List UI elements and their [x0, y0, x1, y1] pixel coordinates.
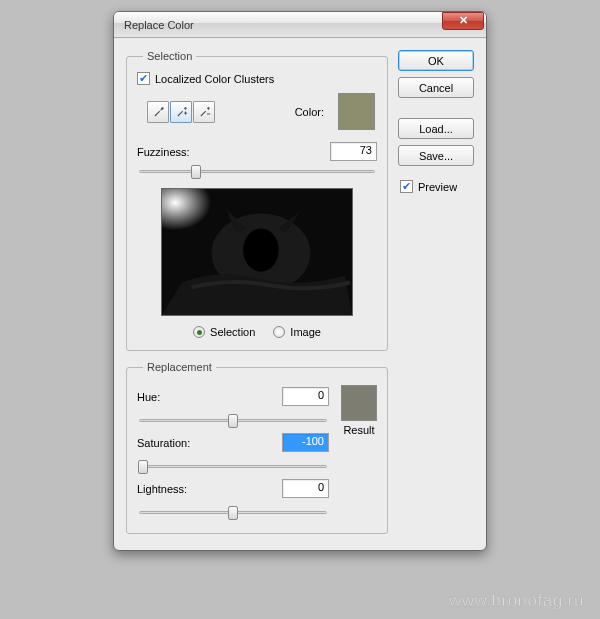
svg-point-3: [243, 228, 279, 271]
preview-label: Preview: [418, 181, 457, 193]
saturation-label: Saturation:: [137, 437, 274, 449]
ok-button[interactable]: OK: [398, 50, 474, 71]
localized-clusters-row[interactable]: ✔ Localized Color Clusters: [137, 72, 377, 85]
eyedropper-plus-icon[interactable]: [170, 101, 192, 123]
close-button[interactable]: ✕: [442, 12, 484, 30]
lightness-input[interactable]: 0: [282, 479, 329, 498]
check-icon: ✔: [139, 73, 148, 84]
radio-icon: [273, 326, 285, 338]
replacement-legend: Replacement: [143, 361, 216, 373]
left-column: Selection ✔ Localized Color Clusters: [126, 50, 388, 534]
hue-label: Hue:: [137, 391, 274, 403]
fuzziness-thumb[interactable]: [191, 165, 201, 179]
eyedropper-tools: [147, 101, 215, 123]
eyedropper-row: Color:: [137, 93, 377, 130]
lightness-thumb[interactable]: [228, 506, 238, 520]
hue-slider[interactable]: [139, 413, 327, 429]
eyedropper-minus-icon[interactable]: [193, 101, 215, 123]
selection-group: Selection ✔ Localized Color Clusters: [126, 50, 388, 351]
color-swatch[interactable]: [338, 93, 375, 130]
fuzziness-row: Fuzziness: 73: [137, 142, 377, 161]
eyedropper-icon[interactable]: [147, 101, 169, 123]
titlebar[interactable]: Replace Color ✕: [114, 12, 486, 38]
hue-row: Hue: 0: [137, 387, 329, 406]
selection-legend: Selection: [143, 50, 196, 62]
saturation-row: Saturation: -100: [137, 433, 329, 452]
fuzziness-slider[interactable]: [139, 164, 375, 180]
watermark: www.hronofag.ru: [449, 591, 584, 611]
result-label: Result: [343, 424, 374, 436]
lightness-label: Lightness:: [137, 483, 274, 495]
hue-thumb[interactable]: [228, 414, 238, 428]
replace-color-dialog: Replace Color ✕ Selection ✔ Localized Co…: [113, 11, 487, 551]
result-column: Result: [341, 385, 377, 436]
result-swatch[interactable]: [341, 385, 377, 421]
hue-input[interactable]: 0: [282, 387, 329, 406]
window-title: Replace Color: [124, 19, 442, 31]
lightness-slider[interactable]: [139, 505, 327, 521]
preview-row[interactable]: ✔ Preview: [398, 180, 474, 193]
save-button[interactable]: Save...: [398, 145, 474, 166]
localized-label: Localized Color Clusters: [155, 73, 274, 85]
mode-image-label: Image: [290, 326, 321, 338]
preview-mode-row: Selection Image: [137, 326, 377, 338]
replacement-group: Replacement Hue: 0 Saturation:: [126, 361, 388, 534]
saturation-slider[interactable]: [139, 459, 327, 475]
mode-selection-label: Selection: [210, 326, 255, 338]
right-column: OK Cancel Load... Save... ✔ Preview: [398, 50, 474, 534]
load-button[interactable]: Load...: [398, 118, 474, 139]
localized-checkbox[interactable]: ✔: [137, 72, 150, 85]
lightness-row: Lightness: 0: [137, 479, 329, 498]
close-icon: ✕: [459, 14, 468, 27]
mode-selection-radio[interactable]: Selection: [193, 326, 255, 338]
fuzziness-label: Fuzziness:: [137, 146, 322, 158]
color-label: Color:: [295, 106, 324, 118]
selection-preview: [161, 188, 353, 316]
radio-icon: [193, 326, 205, 338]
cancel-button[interactable]: Cancel: [398, 77, 474, 98]
fuzziness-input[interactable]: 73: [330, 142, 377, 161]
saturation-thumb[interactable]: [138, 460, 148, 474]
saturation-input[interactable]: -100: [282, 433, 329, 452]
slider-track: [139, 170, 375, 173]
preview-checkbox[interactable]: ✔: [400, 180, 413, 193]
mode-image-radio[interactable]: Image: [273, 326, 321, 338]
check-icon: ✔: [402, 181, 411, 192]
dialog-content: Selection ✔ Localized Color Clusters: [114, 38, 486, 550]
